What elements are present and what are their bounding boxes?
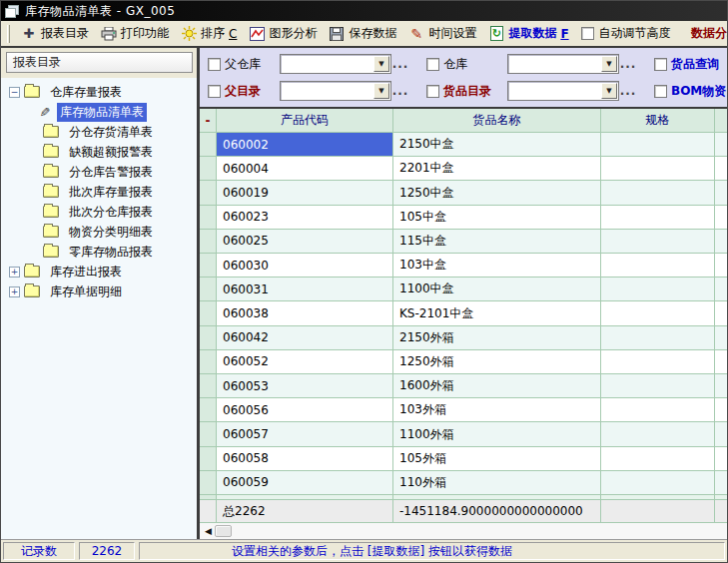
- column-header-product-code[interactable]: 产品代码: [217, 109, 393, 133]
- bom-checkbox[interactable]: [654, 85, 667, 98]
- warehouse-select[interactable]: ▼: [507, 54, 619, 74]
- cell-product-code[interactable]: 060058: [217, 447, 393, 471]
- print-button[interactable]: 打印功能: [95, 23, 175, 44]
- cell-product-code[interactable]: 060053: [217, 374, 393, 398]
- horizontal-scrollbar[interactable]: ◀: [200, 523, 727, 539]
- cell-goods-name[interactable]: 1100中盒: [393, 278, 601, 301]
- row-indicator[interactable]: [200, 326, 217, 350]
- cell-goods-name[interactable]: 2150外箱: [393, 326, 601, 350]
- parent-warehouse-select[interactable]: ▼: [280, 54, 391, 74]
- column-header-goods-name[interactable]: 货品名称: [393, 109, 601, 133]
- row-indicator[interactable]: [200, 230, 217, 254]
- cell-goods-name[interactable]: 1100外箱: [393, 422, 601, 446]
- cell-product-code[interactable]: 060057: [217, 422, 393, 446]
- cell-goods-name[interactable]: 103中盒: [393, 254, 601, 278]
- expand-icon[interactable]: +: [9, 286, 20, 297]
- cell-spec[interactable]: [601, 230, 715, 254]
- cell-product-code[interactable]: 060004: [217, 157, 393, 181]
- tree-item[interactable]: 批次分仓库报表: [1, 202, 197, 222]
- row-indicator[interactable]: [200, 181, 217, 205]
- cell-spec[interactable]: [601, 447, 715, 471]
- parent-catalog-checkbox[interactable]: [208, 85, 221, 98]
- tree-item[interactable]: 批次库存量报表: [1, 182, 197, 202]
- time-settings-button[interactable]: ✎ 时间设置: [402, 23, 482, 44]
- parent-warehouse-browse-button[interactable]: ...: [391, 57, 409, 71]
- cell-spec[interactable]: [601, 301, 715, 325]
- cell-product-code[interactable]: 060042: [217, 326, 393, 350]
- cell-product-code[interactable]: 060038: [217, 301, 393, 325]
- chevron-down-icon[interactable]: ▼: [601, 56, 617, 72]
- row-indicator[interactable]: [200, 350, 217, 374]
- tree-item[interactable]: 缺额超额报警表: [1, 142, 197, 162]
- row-indicator[interactable]: [200, 254, 217, 278]
- cell-spec[interactable]: [601, 326, 715, 350]
- tree-item[interactable]: +库存进出报表: [1, 262, 197, 282]
- cell-goods-name[interactable]: 1600外箱: [393, 374, 601, 398]
- cell-goods-name[interactable]: 105中盒: [393, 206, 601, 230]
- cell-goods-name[interactable]: KS-2101中盒: [393, 301, 601, 325]
- tree-item[interactable]: −仓库存量报表: [1, 82, 197, 102]
- collapse-icon[interactable]: −: [9, 87, 20, 98]
- cell-product-code[interactable]: 060056: [217, 398, 393, 422]
- row-indicator[interactable]: [200, 374, 217, 398]
- cell-goods-name[interactable]: 1250外箱: [393, 350, 601, 374]
- row-indicator[interactable]: [200, 301, 217, 325]
- auto-height-toggle[interactable]: 自动调节高度: [581, 25, 671, 42]
- parent-warehouse-checkbox[interactable]: [208, 58, 221, 71]
- cell-spec[interactable]: [601, 350, 715, 374]
- chart-analysis-button[interactable]: 图形分析: [243, 23, 323, 44]
- cell-goods-name[interactable]: 105外箱: [393, 447, 601, 471]
- row-indicator[interactable]: [200, 447, 217, 471]
- row-indicator[interactable]: [200, 206, 217, 230]
- cell-spec[interactable]: [601, 374, 715, 398]
- cell-spec[interactable]: [601, 181, 715, 205]
- tree-item[interactable]: +库存单据明细: [1, 282, 197, 301]
- data-analysis-link[interactable]: 数据分析: [691, 25, 727, 42]
- cell-product-code[interactable]: 060059: [217, 471, 393, 495]
- row-indicator[interactable]: [200, 398, 217, 422]
- cell-goods-name[interactable]: 2150中盒: [393, 133, 601, 157]
- chevron-down-icon[interactable]: ▼: [373, 56, 389, 72]
- row-indicator[interactable]: [200, 471, 217, 495]
- tree-item[interactable]: ✎库存物品清单表: [1, 102, 197, 122]
- parent-catalog-select[interactable]: ▼: [280, 81, 391, 101]
- cell-product-code[interactable]: 060002: [217, 133, 393, 157]
- cell-product-code[interactable]: 060025: [217, 230, 393, 254]
- tree-item[interactable]: 物资分类明细表: [1, 222, 197, 242]
- goods-catalog-browse-button[interactable]: ...: [619, 84, 637, 98]
- extract-data-button[interactable]: ↻ 提取数据F: [482, 23, 574, 44]
- cell-spec[interactable]: [601, 157, 715, 181]
- warehouse-checkbox[interactable]: [426, 58, 439, 71]
- row-indicator[interactable]: [200, 278, 217, 301]
- row-indicator[interactable]: [200, 422, 217, 446]
- cell-product-code[interactable]: 060023: [217, 206, 393, 230]
- parent-catalog-browse-button[interactable]: ...: [391, 84, 409, 98]
- scroll-left-icon[interactable]: ◀: [205, 527, 212, 536]
- scrollbar-thumb[interactable]: [215, 525, 232, 537]
- tree-item[interactable]: 分仓库告警报表: [1, 162, 197, 182]
- cell-product-code[interactable]: 060052: [217, 350, 393, 374]
- cell-goods-name[interactable]: 103外箱: [393, 398, 601, 422]
- cell-spec[interactable]: [601, 422, 715, 446]
- chevron-down-icon[interactable]: ▼: [601, 83, 617, 99]
- warehouse-browse-button[interactable]: ...: [619, 57, 637, 71]
- cell-goods-name[interactable]: 115中盒: [393, 230, 601, 254]
- tree-item[interactable]: 零库存物品报表: [1, 242, 197, 262]
- tree-item[interactable]: 分仓存货清单表: [1, 122, 197, 142]
- cell-spec[interactable]: [601, 471, 715, 495]
- cell-goods-name[interactable]: 110外箱: [393, 471, 601, 495]
- cell-product-code[interactable]: 060031: [217, 278, 393, 301]
- cell-spec[interactable]: [601, 206, 715, 230]
- row-indicator[interactable]: [200, 157, 217, 181]
- chevron-down-icon[interactable]: ▼: [373, 83, 389, 99]
- goods-catalog-checkbox[interactable]: [426, 85, 439, 98]
- auto-height-checkbox[interactable]: [581, 27, 594, 40]
- cell-product-code[interactable]: 060030: [217, 254, 393, 278]
- cell-spec[interactable]: [601, 278, 715, 301]
- cell-goods-name[interactable]: 2201中盒: [393, 157, 601, 181]
- cell-spec[interactable]: [601, 133, 715, 157]
- expand-icon[interactable]: +: [9, 267, 20, 278]
- column-header-spec[interactable]: 规格: [601, 109, 715, 133]
- sort-button[interactable]: 排序C: [175, 23, 243, 44]
- cell-spec[interactable]: [601, 254, 715, 278]
